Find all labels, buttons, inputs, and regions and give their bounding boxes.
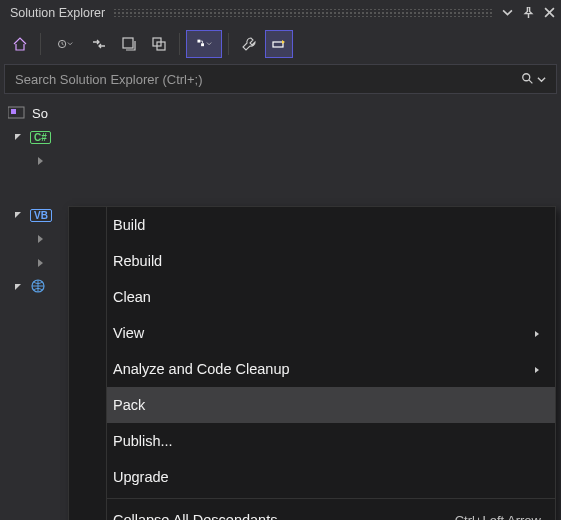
search-icon[interactable] <box>521 72 546 86</box>
submenu-arrow-icon <box>531 361 541 377</box>
expand-arrow-open-icon[interactable] <box>12 131 24 143</box>
svg-rect-6 <box>273 42 283 47</box>
context-menu-gutter <box>69 207 107 520</box>
menu-label: Publish... <box>113 433 541 449</box>
solution-icon <box>8 104 26 123</box>
menu-pack[interactable]: Pack <box>69 387 555 423</box>
solution-node[interactable]: So <box>0 102 561 125</box>
toolbar-separator <box>179 33 180 55</box>
menu-label: Clean <box>113 289 541 305</box>
close-icon[interactable] <box>544 6 555 21</box>
preview-icon[interactable] <box>265 30 293 58</box>
copy-icon[interactable] <box>145 30 173 58</box>
submenu-arrow-icon <box>531 325 541 341</box>
menu-rebuild[interactable]: Rebuild <box>69 243 555 279</box>
menu-build[interactable]: Build <box>69 207 555 243</box>
globe-icon <box>30 278 46 297</box>
menu-upgrade[interactable]: Upgrade <box>69 459 555 495</box>
svg-rect-4 <box>197 39 200 42</box>
menu-separator <box>69 498 555 499</box>
toolbar-separator <box>40 33 41 55</box>
menu-view[interactable]: View <box>69 315 555 351</box>
csharp-tag-icon: C# <box>30 131 51 144</box>
svg-point-7 <box>523 74 530 81</box>
project-node-csharp[interactable]: C# <box>0 125 561 149</box>
view-switch-active-icon[interactable] <box>186 30 222 58</box>
menu-label: Collapse All Descendants <box>113 512 455 520</box>
solution-label: So <box>32 106 48 121</box>
window-dropdown-icon[interactable] <box>502 6 513 21</box>
menu-label: Pack <box>113 397 541 413</box>
home-icon[interactable] <box>6 30 34 58</box>
panel-titlebar: Solution Explorer <box>0 0 561 26</box>
toolbar <box>0 26 561 62</box>
menu-collapse-all[interactable]: Collapse All Descendants Ctrl+Left Arrow <box>69 502 555 520</box>
expand-arrow-open-icon[interactable] <box>12 209 24 221</box>
svg-rect-5 <box>201 43 204 46</box>
menu-label: View <box>113 325 531 341</box>
search-box[interactable]: Search Solution Explorer (Ctrl+;) <box>4 64 557 94</box>
tree-child[interactable] <box>0 149 561 173</box>
expand-arrow-closed-icon[interactable] <box>34 233 46 245</box>
pin-icon[interactable] <box>523 6 534 21</box>
menu-analyze[interactable]: Analyze and Code Cleanup <box>69 351 555 387</box>
menu-shortcut: Ctrl+Left Arrow <box>455 513 541 521</box>
menu-label: Build <box>113 217 541 233</box>
tree-area: So C# VB Build Rebuild Clean View <box>0 96 561 299</box>
expand-arrow-closed-icon[interactable] <box>34 155 46 167</box>
titlebar-grip <box>113 9 494 17</box>
sync-icon[interactable] <box>85 30 113 58</box>
expand-arrow-closed-icon[interactable] <box>34 257 46 269</box>
search-placeholder: Search Solution Explorer (Ctrl+;) <box>15 72 521 87</box>
wrench-icon[interactable] <box>235 30 263 58</box>
menu-label: Rebuild <box>113 253 541 269</box>
menu-publish[interactable]: Publish... <box>69 423 555 459</box>
history-dropdown-icon[interactable] <box>47 30 83 58</box>
expand-arrow-open-icon[interactable] <box>12 281 24 293</box>
menu-label: Analyze and Code Cleanup <box>113 361 531 377</box>
vb-tag-icon: VB <box>30 209 52 222</box>
toolbar-separator <box>228 33 229 55</box>
stack-icon[interactable] <box>115 30 143 58</box>
svg-rect-9 <box>11 109 16 114</box>
context-menu: Build Rebuild Clean View Analyze and Cod… <box>68 206 556 520</box>
menu-clean[interactable]: Clean <box>69 279 555 315</box>
panel-title: Solution Explorer <box>10 6 105 20</box>
menu-label: Upgrade <box>113 469 541 485</box>
svg-rect-1 <box>123 38 133 48</box>
